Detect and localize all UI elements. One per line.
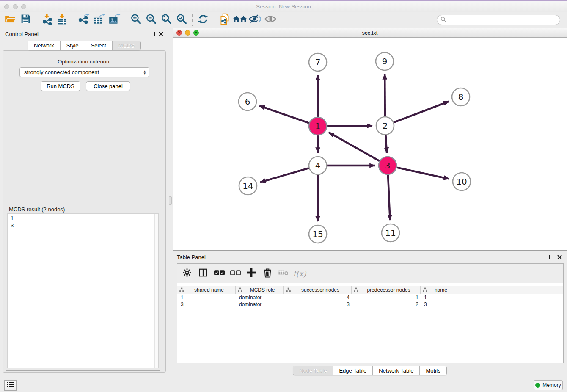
add-column-button[interactable] — [243, 266, 259, 281]
memory-button[interactable]: Memory — [534, 380, 563, 390]
export-network-icon — [78, 13, 90, 27]
column-type-icon — [422, 287, 428, 293]
table-cell: 3 — [421, 301, 456, 307]
graph-edge-2-8[interactable] — [394, 102, 449, 123]
column-header-shared-name[interactable]: shared name — [177, 286, 236, 294]
network-window: scc.txt ✕ – + 1234678910111415 — [173, 28, 567, 251]
hide-details-button[interactable] — [248, 13, 263, 27]
tab-select[interactable]: Select — [85, 41, 112, 50]
tab-network[interactable]: Network — [28, 41, 60, 50]
toolbar-separator — [36, 14, 36, 26]
table-cell: dominator — [236, 301, 284, 307]
graph-edge-2-9[interactable] — [385, 74, 385, 116]
window-title: Session: New Session — [0, 3, 567, 10]
close-table-panel-icon[interactable] — [557, 255, 562, 259]
close-panel-icon[interactable] — [159, 32, 163, 36]
graph-node-label-9: 9 — [382, 56, 388, 66]
search-input[interactable] — [448, 17, 556, 23]
titlebar: Session: New Session — [0, 1, 567, 12]
toolbar-separator — [192, 14, 193, 26]
close-panel-button[interactable]: Close panel — [86, 81, 130, 91]
graph-node-label-11: 11 — [385, 228, 396, 238]
save-session-button[interactable] — [18, 13, 33, 27]
split-divider-grip[interactable] — [169, 196, 172, 205]
graph-edge-1-2[interactable] — [327, 126, 372, 126]
refresh-layout-button[interactable] — [195, 13, 211, 27]
home-view-button[interactable] — [232, 13, 248, 27]
graph-edge-3-1[interactable] — [329, 133, 380, 161]
table-panel: Table Panel — [173, 251, 567, 377]
network-window-titlebar[interactable]: scc.txt ✕ – + — [173, 28, 567, 38]
delete-table-button[interactable] — [275, 266, 292, 281]
table-row[interactable]: 3dominator323 — [177, 301, 563, 308]
import-network-button[interactable] — [39, 13, 55, 27]
plus-icon — [247, 268, 256, 279]
graph-edge-3-11[interactable] — [388, 175, 390, 220]
delete-table-icon — [278, 269, 289, 278]
float-table-panel-icon[interactable] — [549, 255, 553, 259]
tab-edge-table[interactable]: Edge Table — [333, 366, 372, 375]
graph-node-label-14: 14 — [242, 181, 253, 191]
control-panel-tabs: Network Style Select MCDS — [0, 41, 168, 50]
import-table-button[interactable] — [55, 13, 70, 27]
column-header-predecessor-nodes[interactable]: predecessor nodes — [352, 286, 421, 294]
column-type-icon — [179, 287, 184, 293]
zoom-in-button[interactable] — [128, 13, 143, 27]
export-image-button[interactable] — [107, 13, 122, 27]
network-graph-svg[interactable]: 1234678910111415 — [173, 38, 567, 250]
table-row[interactable]: 1dominator411 — [177, 294, 563, 301]
eye-icon — [264, 14, 277, 26]
criterion-select[interactable]: strongly connected component ▲▼ — [19, 67, 149, 77]
zoom-out-button[interactable] — [143, 13, 159, 27]
duplicate-network-button[interactable] — [217, 13, 232, 27]
trash-icon — [263, 268, 272, 279]
select-all-button[interactable] — [211, 266, 227, 281]
show-details-button[interactable] — [263, 13, 278, 27]
export-image-icon — [108, 13, 121, 27]
tab-network-table[interactable]: Network Table — [372, 366, 419, 375]
columns-icon — [198, 268, 208, 279]
graph-edge-3-10[interactable] — [396, 168, 449, 179]
network-close-button[interactable]: ✕ — [176, 30, 182, 36]
control-panel-header: Control Panel — [0, 28, 168, 40]
column-header-label: MCDS role — [243, 287, 282, 293]
graph-edge-1-6[interactable] — [259, 106, 309, 123]
mcds-result-list[interactable]: 1 3 — [7, 213, 159, 368]
column-view-button[interactable] — [195, 266, 211, 281]
graph-node-label-15: 15 — [312, 229, 323, 239]
deselect-all-button[interactable] — [227, 266, 243, 281]
column-header-name[interactable]: name — [421, 286, 456, 294]
open-session-button[interactable] — [3, 13, 18, 27]
tab-mcds[interactable]: MCDS — [112, 41, 140, 50]
mcds-result-line: 3 — [11, 222, 158, 229]
tab-style[interactable]: Style — [60, 41, 85, 50]
export-table-button[interactable] — [91, 13, 107, 27]
network-minimize-button[interactable]: – — [185, 30, 190, 36]
float-panel-icon[interactable] — [151, 32, 155, 36]
tab-node-table[interactable]: Node Table — [293, 366, 333, 375]
function-builder-button[interactable]: f(x) — [292, 266, 308, 281]
graph-edge-2-3[interactable] — [385, 135, 387, 153]
split-divider[interactable] — [168, 28, 173, 377]
tab-motifs[interactable]: Motifs — [419, 366, 446, 375]
column-header-successor-nodes[interactable]: successor nodes — [284, 286, 352, 294]
search-field[interactable] — [437, 15, 560, 25]
graph-edge-4-14[interactable] — [260, 168, 309, 182]
optimization-criterion-label: Optimization criterion: — [3, 58, 165, 65]
run-mcds-button[interactable]: Run MCDS — [41, 81, 80, 91]
memory-label: Memory — [542, 382, 561, 388]
zoom-selected-button[interactable] — [174, 13, 189, 27]
network-maximize-button[interactable]: + — [193, 30, 199, 36]
task-history-button[interactable] — [4, 380, 17, 391]
export-network-button[interactable] — [76, 13, 91, 27]
column-header-MCDS-role[interactable]: MCDS role — [236, 286, 284, 294]
mcds-result-group: MCDS result (2 nodes) 1 3 — [6, 210, 160, 371]
table-tabs: Node Table Edge Table Network Table Moti… — [173, 366, 567, 375]
result-scrollbar[interactable] — [154, 214, 158, 368]
toolbar-separator — [73, 14, 73, 26]
delete-column-button[interactable] — [259, 266, 275, 281]
table-settings-button[interactable] — [179, 266, 195, 281]
graph-node-label-3: 3 — [385, 160, 391, 171]
zoom-fit-button[interactable] — [159, 13, 174, 27]
fx-icon: f(x) — [293, 269, 306, 278]
